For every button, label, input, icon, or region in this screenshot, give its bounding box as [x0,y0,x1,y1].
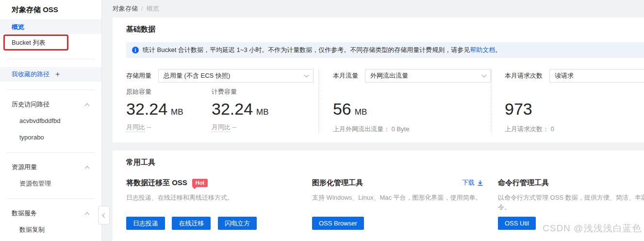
stat-storage-usage: 存储用量 总用量 (不含 ECS 快照) 原始容量 32.24MB 月同比 --… [126,69,318,134]
favorite-paths-label: 我收藏的路径 [12,67,50,82]
chevron-down-icon [304,72,309,77]
breadcrumb-current: 概览 [147,5,159,12]
chevron-up-icon[interactable] [85,166,90,171]
metric-name: 计费容量 [212,87,297,96]
banner-text-part: 。 [495,46,501,53]
plus-icon[interactable]: + [55,70,60,78]
metric-unit: MB [171,107,183,117]
banner-text-part: 统计 Bucket 合计数据，平均延迟 1~3 小时。不作为计量数据，仅作参考。… [143,46,470,53]
tool-description: 日志投递、在线迁移和离线迁移方式。 [126,193,312,213]
stat-monthly-traffic: 本月流量 外网流出流量 56MB 上月外网流出流量： 0 Byte [318,69,491,134]
sidebar-divider [7,198,95,199]
tool-description: 支持 Windows、Linux、Mac 平台，图形化界面，使用简单。 [312,193,498,213]
mom-value: -- [147,123,151,131]
last-month-requests: 上月请求次数： 0 [505,125,644,134]
select-value: 总用量 (不含 ECS 快照) [164,71,230,80]
mom-hint: 月同比 [212,123,231,132]
request-type-select[interactable]: 读请求 [549,69,644,83]
sidebar-divider [7,89,95,90]
stat-label: 存储用量 [126,71,151,80]
sidebar-title: 对象存储 OSS [0,0,101,20]
stat-label: 本月请求次数 [505,71,543,80]
section-label: 历史访问路径 [12,100,50,109]
info-banner: i 统计 Bucket 合计数据，平均延迟 1~3 小时。不作为计量数据，仅作参… [126,42,644,58]
info-icon: i [132,47,139,53]
chevron-left-icon [102,213,107,218]
tool-graphical-management: 图形化管理工具 下载 支持 Windows、Linux、Mac 平台，图形化界面… [312,178,498,230]
main-content: 对象存储/概览 基础数据 i 统计 Bucket 合计数据，平均延迟 1~3 小… [102,0,644,241]
tools-title: 常用工具 [126,158,644,167]
select-value: 读请求 [555,71,574,80]
sidebar-divider [7,152,95,153]
sidebar-item-data-replication[interactable]: 数据复制 [0,223,101,237]
last-month-traffic: 上月外网流出流量： 0 Byte [333,125,491,134]
stat-label: 本月流量 [333,71,358,80]
tool-description-line1: 以命令行方式管理 OSS 数据，提供方便、简洁、丰富的数 [498,193,644,203]
metric-raw-capacity: 原始容量 32.24MB 月同比 -- [126,83,212,132]
sidebar-item-overview[interactable]: 概览 [0,20,101,34]
download-link[interactable]: 下载 [462,178,483,187]
section-label: 数据服务 [12,209,37,218]
metric-value: 32.24 [212,100,253,118]
lightning-cube-button[interactable]: 闪电立方 [218,217,257,230]
tool-title: 图形化管理工具 [312,178,363,188]
sidebar-item-history-path[interactable]: acvbvdfbddfbd [0,114,101,128]
help-doc-link[interactable]: 帮助文档 [470,46,495,53]
oss-util-button[interactable]: OSS Util [498,217,536,230]
metric-unit: MB [256,107,269,117]
sidebar-item-bucket-list[interactable]: Bucket 列表 [0,34,101,51]
metric-name: 原始容量 [126,87,212,96]
select-value: 外网流出流量 [370,71,408,80]
metric-billed-capacity: 计费容量 32.24MB 月同比 -- [212,83,297,132]
sidebar-section-data-services[interactable]: 数据服务 [0,207,101,220]
sidebar: 对象存储 OSS 概览 Bucket 列表 我收藏的路径 + 历史访问路径 ac… [0,0,102,241]
sidebar-item-favorite-paths[interactable]: 我收藏的路径 + [0,67,101,82]
info-banner-text: 统计 Bucket 合计数据，平均延迟 1~3 小时。不作为计量数据，仅作参考。… [143,46,501,54]
log-delivery-button[interactable]: 日志投递 [126,217,165,230]
tool-title: 将数据迁移至 OSS [126,178,187,188]
sidebar-item-resource-packages[interactable]: 资源包管理 [0,177,101,190]
tool-title: 命令行管理工具 [498,178,549,188]
breadcrumb-item-oss[interactable]: 对象存储 [113,5,138,12]
breadcrumb: 对象存储/概览 [102,0,644,13]
stats-row: 存储用量 总用量 (不含 ECS 快照) 原始容量 32.24MB 月同比 --… [126,69,644,134]
tool-description: 以命令行方式管理 OSS 数据，提供方便、简洁、丰富的数 令。 [498,193,644,213]
sidebar-section-resource-usage[interactable]: 资源用量 [0,160,101,174]
metric-value: 56 [333,100,351,118]
breadcrumb-separator: / [141,5,143,12]
sidebar-divider [7,59,95,59]
chevron-down-icon [482,72,487,77]
sidebar-item-history-path[interactable]: typorabo [0,131,101,144]
chevron-up-icon[interactable] [85,212,90,217]
hot-badge: Hot [192,179,208,187]
stat-monthly-requests: 本月请求次数 读请求 973 上月请求次数： 0 [491,69,644,134]
sidebar-collapse-button[interactable] [98,206,110,224]
tool-migrate-to-oss: 将数据迁移至 OSS Hot 日志投递、在线迁移和离线迁移方式。 日志投递 在线… [126,178,312,230]
basic-data-card: 基础数据 i 统计 Bucket 合计数据，平均延迟 1~3 小时。不作为计量数… [113,17,644,142]
mom-hint: 月同比 [126,123,145,132]
metric-value: 973 [505,100,532,118]
oss-browser-button[interactable]: OSS Browser [312,217,364,230]
download-label: 下载 [462,178,475,187]
tool-description-line2: 令。 [498,203,644,212]
metric-unit: MB [355,107,367,117]
sidebar-section-history-paths[interactable]: 历史访问路径 [0,98,101,111]
sidebar-item-label: Bucket 列表 [12,39,45,46]
watermark: CSDN @浅浅浅白蓝色 [543,222,642,235]
metric-value: 32.24 [126,100,167,118]
download-icon [477,180,483,186]
section-label: 资源用量 [12,163,37,172]
storage-usage-select[interactable]: 总用量 (不含 ECS 快照) [158,69,314,83]
chevron-up-icon[interactable] [85,103,90,108]
traffic-type-select[interactable]: 外网流出流量 [365,69,491,83]
online-migration-button[interactable]: 在线迁移 [172,217,211,230]
basic-data-title: 基础数据 [126,25,644,34]
mom-value: -- [232,123,237,131]
